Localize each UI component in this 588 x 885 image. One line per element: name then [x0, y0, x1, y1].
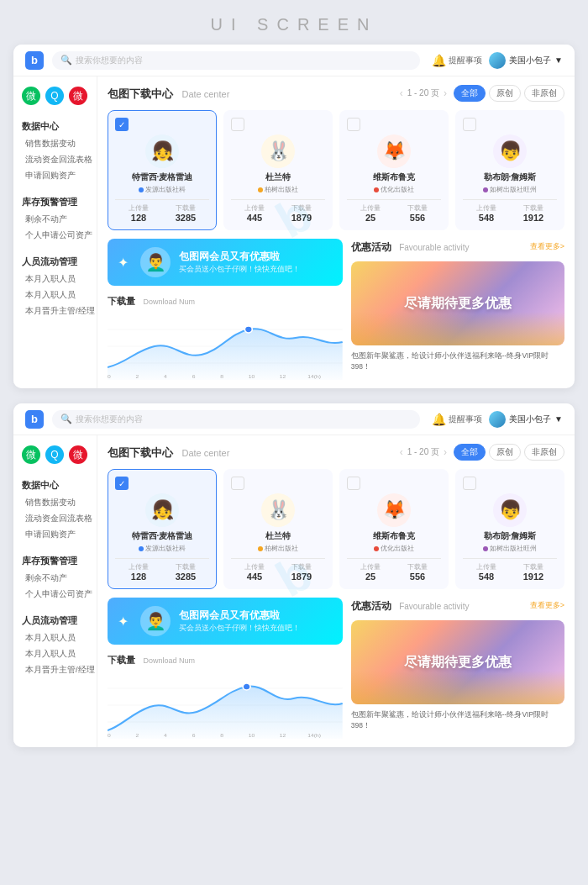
activity-banner-text: 尽请期待更多优惠 — [404, 295, 512, 313]
bell-area[interactable]: 🔔 提醒事项 — [432, 54, 482, 67]
sidebar-item-personal-2[interactable]: 个人申请公司资产 — [13, 587, 97, 603]
activity-panel: 优惠活动 Favourable activity 查看更多> 尽请期待更多优惠 … — [351, 239, 564, 380]
card-name-3: 维斯布鲁克 — [347, 171, 441, 183]
card-2-1[interactable]: ✓ 👧 特雷西·麦格雷迪 发源出版社科 上传量 128 下 — [108, 469, 217, 589]
sidebar-item-property-2[interactable]: 剩余不动产 — [13, 571, 97, 587]
filter-all-2[interactable]: 全部 — [454, 444, 486, 461]
sidebar-item-sales-2[interactable]: 销售数据变动 — [13, 495, 97, 511]
section-title-hr: 人员流动管理 — [13, 250, 97, 271]
card-2-4[interactable]: 👦 勒布朗·詹姆斯 如树出版社旺州 上传量 548 下载量 — [455, 469, 564, 589]
card-name-4: 勒布朗·詹姆斯 — [463, 171, 557, 183]
top-bar: b 🔍 搜索你想要的内容 🔔 提醒事项 美国小包子 ▼ — [13, 45, 575, 76]
stat-value-download-3: 556 — [394, 213, 441, 223]
stat-value-upload-1: 128 — [115, 213, 162, 223]
sidebar-item-new-staff-2b[interactable]: 本月入职人员 — [13, 646, 97, 662]
page-title: UI SCREEN — [0, 0, 588, 45]
sidebar-item-promoted[interactable]: 本月晋升主管/经理 — [13, 303, 97, 319]
card-check-1: ✓ — [115, 118, 129, 131]
chart-svg: 0 2 4 6 8 10 12 14(h) — [108, 313, 343, 380]
stat-download-1: 下载量 3285 — [162, 204, 209, 223]
search-bar[interactable]: 🔍 搜索你想要的内容 — [52, 51, 420, 70]
chart-area: 0 2 4 6 8 10 12 14(h) — [108, 313, 343, 380]
stat-2-upload-3: 上传量 25 — [347, 563, 394, 582]
activity-header: 优惠活动 Favourable activity 查看更多> — [351, 239, 564, 255]
card-3[interactable]: 🦊 维斯布鲁克 优化出版社 上传量 25 下载量 — [339, 110, 449, 230]
card-1[interactable]: ✓ 👧 特雷西·麦格雷迪 发源出版社科 上传量 128 下 — [108, 110, 217, 230]
card-tag-1: 发源出版社科 — [115, 185, 209, 194]
user-label-2: 美国小包子 — [509, 414, 551, 425]
chart-svg-2: 0 2 4 6 8 10 12 14(h) — [108, 672, 343, 739]
wechat-icon[interactable]: 微 — [22, 87, 40, 105]
chart-area-2: 0 2 4 6 8 10 12 14(h) — [108, 672, 343, 739]
activity-title-group: 优惠活动 Favourable activity — [351, 239, 470, 255]
sidebar-item-new-staff[interactable]: 本月入职人员 — [13, 271, 97, 287]
next-page-2[interactable]: › — [444, 446, 447, 458]
sidebar-item-property[interactable]: 剩余不动产 — [13, 212, 97, 228]
activity-more[interactable]: 查看更多> — [530, 241, 564, 252]
sidebar-item-flow-2[interactable]: 流动资金回流表格 — [13, 511, 97, 527]
svg-text:2: 2 — [136, 373, 139, 379]
download-title: 下载量 — [108, 296, 135, 306]
sidebar-item-sales[interactable]: 销售数据变动 — [13, 136, 97, 152]
promo-subtitle: 买会员送小包子仔咧！快快充值吧！ — [179, 264, 300, 275]
filter-non-original[interactable]: 非原创 — [524, 85, 564, 102]
filter-original-2[interactable]: 原创 — [489, 444, 521, 461]
social-icons: 微 Q 微 — [13, 87, 97, 115]
sidebar-item-promoted-2[interactable]: 本月晋升主管/经理 — [13, 662, 97, 678]
cards-row: ✓ 👧 特雷西·麦格雷迪 发源出版社科 上传量 128 下 — [108, 110, 564, 230]
screen-2: b 🔍 搜索你想要的内容 🔔 提醒事项 美国小包子 ▼ 微 — [13, 403, 575, 747]
search-bar-2[interactable]: 🔍 搜索你想要的内容 — [52, 410, 420, 429]
content-title-group: 包图下载中心 Date center — [108, 86, 229, 102]
sidebar-item-new-staff-2a[interactable]: 本月入职人员 — [13, 630, 97, 646]
bell-icon: 🔔 — [432, 54, 446, 67]
sidebar-item-flow[interactable]: 流动资金回流表格 — [13, 152, 97, 168]
sidebar-item-new-staff2[interactable]: 本月入职人员 — [13, 287, 97, 303]
page-info-2: 1 - 20 页 — [407, 446, 439, 458]
prev-page-2[interactable]: ‹ — [400, 446, 403, 458]
stat-value-upload-3: 25 — [347, 213, 394, 223]
section-title-inventory-2: 库存预警管理 — [13, 550, 97, 571]
content-subtitle-2: Date center — [181, 448, 229, 458]
weibo-icon[interactable]: 微 — [69, 87, 87, 105]
sidebar-item-repurchase-2[interactable]: 申请回购资产 — [13, 527, 97, 543]
filter-non-original-2[interactable]: 非原创 — [524, 444, 564, 461]
qq-icon-2[interactable]: Q — [45, 445, 64, 464]
sidebar-item-repurchase[interactable]: 申请回购资产 — [13, 168, 97, 184]
promo-avatar: 👨‍🦱 — [140, 247, 171, 277]
sidebar: 微 Q 微 数据中心 销售数据变动 流动资金回流表格 申请回购资产 库存预警管理… — [13, 76, 97, 388]
user-label: 美国小包子 — [509, 55, 551, 66]
stat-label-upload-1: 上传量 — [115, 204, 162, 213]
filter-original[interactable]: 原创 — [489, 85, 521, 102]
promo-banner[interactable]: ✦ 👨‍🦱 包图网会员又有优惠啦 买会员送小包子仔咧！快快充值吧！ — [108, 239, 343, 286]
card-2-2[interactable]: 🐰 杜兰特 柏树出版社 上传量 445 下载量 1 — [223, 469, 333, 589]
card-name-2-1: 特雷西·麦格雷迪 — [115, 530, 209, 542]
screen-1: b 🔍 搜索你想要的内容 🔔 提醒事项 美国小包子 ▼ — [13, 45, 575, 388]
card-4[interactable]: 👦 勒布朗·詹姆斯 如树出版社旺州 上传量 548 下载量 — [455, 110, 564, 230]
activity-more-2[interactable]: 查看更多> — [530, 600, 564, 611]
card-stats-3: 上传量 25 下载量 556 — [347, 199, 441, 223]
promo-banner-2[interactable]: ✦ 👨‍🦱 包图网会员又有优惠啦 买会员送小包子仔咧！快快充值吧！ — [108, 598, 343, 645]
promo-avatar-2: 👨‍🦱 — [140, 606, 171, 636]
svg-text:8: 8 — [220, 732, 223, 738]
bell-area-2[interactable]: 🔔 提醒事项 — [432, 413, 482, 426]
prev-page[interactable]: ‹ — [400, 87, 403, 99]
user-area-2[interactable]: 美国小包子 ▼ — [489, 411, 563, 428]
filter-all[interactable]: 全部 — [454, 85, 486, 102]
card-2-3[interactable]: 🦊 维斯布鲁克 优化出版社 上传量 25 下载量 — [339, 469, 449, 589]
user-area[interactable]: 美国小包子 ▼ — [489, 52, 563, 69]
svg-point-15 — [243, 683, 250, 690]
left-bottom: ✦ 👨‍🦱 包图网会员又有优惠啦 买会员送小包子仔咧！快快充值吧！ 下载 — [108, 239, 343, 380]
weibo-icon-2[interactable]: 微 — [69, 445, 87, 464]
stat-label-download-4: 下载量 — [510, 204, 557, 213]
wechat-icon-2[interactable]: 微 — [22, 445, 40, 464]
card-check-2-1: ✓ — [115, 477, 129, 490]
dropdown-icon: ▼ — [554, 55, 563, 65]
pagination: ‹ 1 - 20 页 › — [400, 87, 447, 99]
card-avatar-3: 🦊 — [377, 134, 411, 168]
sidebar-item-personal[interactable]: 个人申请公司资产 — [13, 228, 97, 244]
stat-2-upload-2: 上传量 445 — [231, 563, 278, 582]
qq-icon[interactable]: Q — [45, 87, 64, 105]
next-page[interactable]: › — [444, 87, 447, 99]
card-2[interactable]: 🐰 杜兰特 柏树出版社 上传量 445 下载量 1 — [223, 110, 333, 230]
stat-value-upload-2: 445 — [231, 213, 278, 223]
